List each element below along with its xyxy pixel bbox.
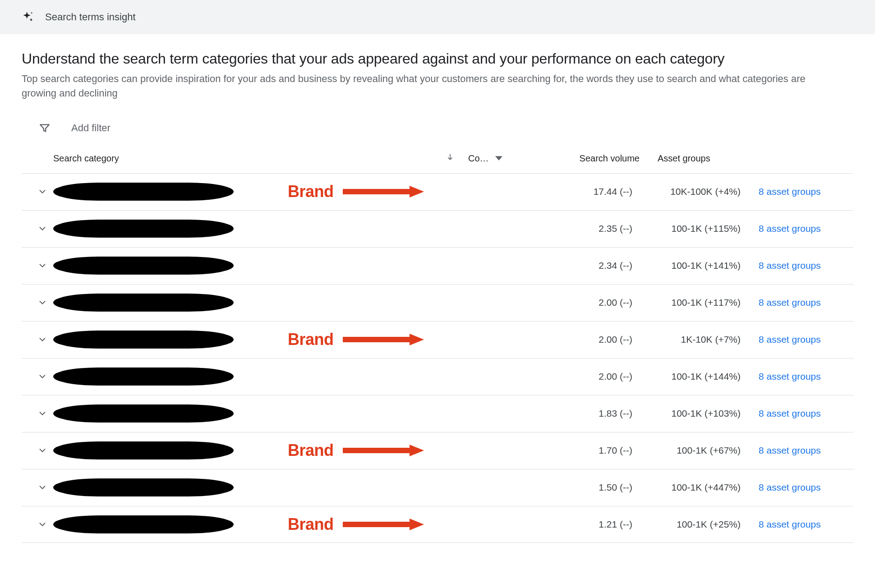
redacted-category-name xyxy=(53,220,234,238)
cell-conversions: 1.50 (--) xyxy=(556,482,641,493)
cell-asset-groups: 8 asset groups xyxy=(754,297,853,308)
cell-asset-groups: 8 asset groups xyxy=(754,408,853,419)
add-filter-button[interactable]: Add filter xyxy=(71,122,111,134)
cell-asset-groups: 8 asset groups xyxy=(754,445,853,456)
chevron-down-icon[interactable] xyxy=(32,261,53,271)
cell-asset-groups: 8 asset groups xyxy=(754,371,853,382)
col-header-conversions-label: Co… xyxy=(468,153,489,164)
cell-conversions: 2.00 (--) xyxy=(556,371,641,382)
asset-groups-link[interactable]: 8 asset groups xyxy=(759,445,821,455)
table-row[interactable]: 2.00 (--) 100-1K (+117%) 8 asset groups xyxy=(22,284,853,321)
cell-asset-groups: 8 asset groups xyxy=(754,186,853,197)
chevron-down-icon[interactable] xyxy=(32,446,53,455)
cell-conversions: 2.34 (--) xyxy=(556,260,641,271)
asset-groups-link[interactable]: 8 asset groups xyxy=(759,297,821,308)
cell-search-volume: 100-1K (+103%) xyxy=(641,408,754,419)
redacted-category-name xyxy=(53,441,234,459)
cell-search-volume: 100-1K (+67%) xyxy=(641,445,754,456)
col-header-conversions[interactable]: Co… xyxy=(455,153,536,164)
col-header-search-volume[interactable]: Search volume xyxy=(536,153,653,164)
table-row[interactable]: 2.34 (--) 100-1K (+141%) 8 asset groups xyxy=(22,247,853,284)
chevron-down-icon[interactable] xyxy=(32,519,53,529)
svg-marker-7 xyxy=(410,519,424,530)
filter-icon[interactable] xyxy=(39,122,51,134)
cell-asset-groups: 8 asset groups xyxy=(754,223,853,234)
cell-asset-groups: 8 asset groups xyxy=(754,519,853,530)
col-header-asset-groups[interactable]: Asset groups xyxy=(653,153,748,164)
redacted-category-name xyxy=(53,404,234,423)
annotation-area: Brand xyxy=(234,182,556,201)
cell-conversions: 2.35 (--) xyxy=(556,223,641,234)
arrow-right-icon xyxy=(343,444,424,457)
cell-search-volume: 100-1K (+115%) xyxy=(641,223,754,234)
table-row[interactable]: 2.35 (--) 100-1K (+115%) 8 asset groups xyxy=(22,210,853,247)
dropdown-arrow-icon xyxy=(495,155,502,162)
asset-groups-link[interactable]: 8 asset groups xyxy=(759,186,821,197)
sort-indicator[interactable] xyxy=(428,153,455,164)
cell-search-volume: 100-1K (+447%) xyxy=(641,482,754,493)
annotation-area: Brand xyxy=(234,515,556,534)
sparkle-icon xyxy=(22,11,34,23)
annotation-area: Brand xyxy=(234,441,556,460)
cell-conversions: 17.44 (--) xyxy=(556,186,641,197)
page-subhead: Top search categories can provide inspir… xyxy=(22,72,843,101)
cell-conversions: 2.00 (--) xyxy=(556,334,641,345)
brand-annotation-label: Brand xyxy=(288,515,334,534)
asset-groups-link[interactable]: 8 asset groups xyxy=(759,482,821,492)
arrow-right-icon xyxy=(343,333,424,346)
cell-conversions: 1.21 (--) xyxy=(556,519,641,530)
cell-search-volume: 100-1K (+144%) xyxy=(641,371,754,382)
redacted-category-name xyxy=(53,257,234,275)
arrow-right-icon xyxy=(343,518,424,531)
asset-groups-link[interactable]: 8 asset groups xyxy=(759,408,821,418)
page-headline: Understand the search term categories th… xyxy=(22,51,853,67)
table-row[interactable]: Brand 1.70 (--) 100-1K (+67%) 8 asset gr… xyxy=(22,432,853,469)
asset-groups-link[interactable]: 8 asset groups xyxy=(759,519,821,529)
table-row[interactable]: 1.50 (--) 100-1K (+447%) 8 asset groups xyxy=(22,469,853,506)
table-row[interactable]: Brand 17.44 (--) 10K-100K (+4%) 8 asset … xyxy=(22,173,853,210)
arrow-right-icon xyxy=(343,185,424,198)
redacted-category-name xyxy=(53,478,234,496)
annotation-area: Brand xyxy=(234,330,556,349)
insight-header-bar: Search terms insight xyxy=(0,0,875,34)
cell-asset-groups: 8 asset groups xyxy=(754,334,853,345)
svg-marker-1 xyxy=(410,186,424,198)
asset-groups-link[interactable]: 8 asset groups xyxy=(759,223,821,234)
cell-search-volume: 100-1K (+117%) xyxy=(641,297,754,308)
brand-annotation-label: Brand xyxy=(288,330,334,349)
arrow-down-icon xyxy=(446,153,455,162)
asset-groups-link[interactable]: 8 asset groups xyxy=(759,334,821,345)
chevron-down-icon[interactable] xyxy=(32,482,53,492)
table-row[interactable]: Brand 1.21 (--) 100-1K (+25%) 8 asset gr… xyxy=(22,506,853,543)
table-row[interactable]: 2.00 (--) 100-1K (+144%) 8 asset groups xyxy=(22,358,853,395)
chevron-down-icon[interactable] xyxy=(32,187,53,197)
redacted-category-name xyxy=(53,294,234,312)
table-row[interactable]: Brand 2.00 (--) 1K-10K (+7%) 8 asset gro… xyxy=(22,321,853,358)
cell-asset-groups: 8 asset groups xyxy=(754,482,853,493)
cell-search-volume: 100-1K (+25%) xyxy=(641,519,754,530)
brand-annotation-label: Brand xyxy=(288,182,334,201)
chevron-down-icon[interactable] xyxy=(32,409,53,418)
chevron-down-icon[interactable] xyxy=(32,372,53,381)
insight-header-label: Search terms insight xyxy=(45,11,136,23)
svg-marker-3 xyxy=(410,334,424,345)
redacted-category-name xyxy=(53,183,234,201)
table-row[interactable]: 1.83 (--) 100-1K (+103%) 8 asset groups xyxy=(22,395,853,432)
redacted-category-name xyxy=(53,368,234,386)
cell-conversions: 1.83 (--) xyxy=(556,408,641,419)
cell-asset-groups: 8 asset groups xyxy=(754,260,853,271)
chevron-down-icon[interactable] xyxy=(32,224,53,234)
chevron-down-icon[interactable] xyxy=(32,298,53,308)
chevron-down-icon[interactable] xyxy=(32,335,53,345)
redacted-category-name xyxy=(53,515,234,533)
cell-conversions: 1.70 (--) xyxy=(556,445,641,456)
col-header-search-category[interactable]: Search category xyxy=(22,153,428,164)
brand-annotation-label: Brand xyxy=(288,441,334,460)
asset-groups-link[interactable]: 8 asset groups xyxy=(759,260,821,271)
search-terms-table: Search category Co… Search volume Asset … xyxy=(22,147,853,543)
cell-search-volume: 10K-100K (+4%) xyxy=(641,186,754,197)
asset-groups-link[interactable]: 8 asset groups xyxy=(759,371,821,381)
redacted-category-name xyxy=(53,331,234,349)
table-header-row: Search category Co… Search volume Asset … xyxy=(22,147,853,173)
cell-search-volume: 100-1K (+141%) xyxy=(641,260,754,271)
